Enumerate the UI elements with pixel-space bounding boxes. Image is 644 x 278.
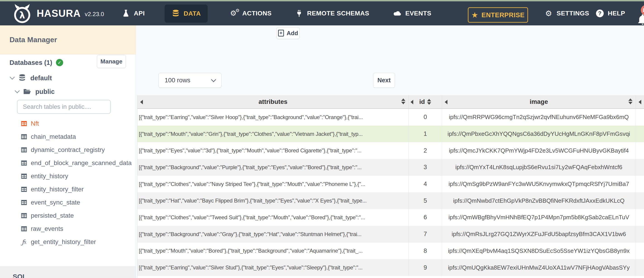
cell-image[interactable]: ipfs://QmYxT4LnK8sqLupjbS6eRvu1si7Ly2wFQ… <box>442 159 636 176</box>
cell-image[interactable]: ipfs://QmXEqPbvM4aq1SQSXN8DSuEcSo5SseYW1… <box>442 243 636 259</box>
cell-attributes[interactable]: [{"trait_type":"Mouth","value":"Grin"},{… <box>138 126 408 143</box>
table-icon <box>20 133 28 140</box>
nav-item-api[interactable]: API <box>122 1 145 25</box>
cell-id[interactable]: 4 <box>408 176 442 193</box>
sidebar-table-item[interactable]: Nft <box>0 117 136 130</box>
cell-id[interactable]: 8 <box>408 243 442 259</box>
add-row-button[interactable]: + Add <box>276 27 300 39</box>
cell-id[interactable]: 5 <box>408 192 442 209</box>
database-icon <box>18 74 26 82</box>
sidebar-table-item[interactable]: ƒxget_entity_history_filter <box>0 235 136 248</box>
column-header-attributes[interactable]: attributes <box>138 95 408 108</box>
table-row[interactable]: [{"trait_type":"Clothes","value":"Navy S… <box>138 176 644 193</box>
cell-next-clipped[interactable] <box>636 192 644 209</box>
next-page-button[interactable]: Next <box>373 73 395 88</box>
collapse-column-icon[interactable] <box>638 100 641 104</box>
cell-attributes[interactable]: [{"trait_type":"Background","value":"Gra… <box>138 226 408 243</box>
cell-image[interactable]: ipfs://QmNwbd7ctEhGpVkP8nZvBBQfiNeFKRdxf… <box>442 192 636 209</box>
cell-attributes[interactable]: [{"trait_type":"Clothes","value":"Navy S… <box>138 176 408 193</box>
table-row[interactable]: [{"trait_type":"Eyes","value":"3d"},{"tr… <box>138 142 644 159</box>
sidebar-table-item[interactable]: persisted_state <box>0 209 136 222</box>
sidebar-table-item[interactable]: dynamic_contract_registry <box>0 143 136 157</box>
manage-button[interactable]: Manage <box>97 55 126 68</box>
nav-item-help[interactable]: ? HELP <box>596 1 625 25</box>
cell-attributes[interactable]: [{"trait_type":"Earring","value":"Silver… <box>138 109 408 126</box>
cell-next-clipped[interactable] <box>636 142 644 159</box>
cell-id[interactable]: 3 <box>408 159 442 176</box>
sidebar-table-item[interactable]: entity_history_filter <box>0 183 136 196</box>
rows-per-page-select[interactable]: 100 rows <box>158 73 222 88</box>
cell-image[interactable]: ipfs://QmSg9bPzW9anFYc3wWU5KnvymwkxQTpmq… <box>442 176 636 193</box>
sidebar-table-item[interactable]: entity_history <box>0 170 136 183</box>
data-table: attributes id image [{"trait_type":"Ea <box>137 95 644 278</box>
nav-item-actions[interactable]: ⚙⚙ ACTIONS <box>230 1 272 25</box>
cell-attributes[interactable]: [{"trait_type":"Clothes","value":"Tweed … <box>138 209 408 226</box>
table-row[interactable]: [{"trait_type":"Background","value":"Gra… <box>138 226 644 243</box>
collapse-column-icon[interactable] <box>410 100 413 104</box>
cell-id[interactable]: 9 <box>408 259 442 276</box>
cell-next-clipped[interactable] <box>636 243 644 259</box>
top-nav: λ HASURA v2.23.0 API DATA ⚙⚙ <box>0 1 644 25</box>
sidebar-table-item[interactable]: end_of_block_range_scanned_data <box>0 157 136 170</box>
enterprise-button[interactable]: ★ ENTERPRISE <box>468 7 528 23</box>
chevron-down-icon[interactable] <box>15 88 20 93</box>
cell-next-clipped[interactable] <box>636 209 644 226</box>
nav-item-label: DATA <box>184 10 201 17</box>
table-row[interactable]: [{"trait_type":"Background","value":"Pur… <box>138 159 644 176</box>
tree-node-schema[interactable]: public <box>16 86 54 97</box>
cell-image[interactable]: ipfs://QmUQgKka8EW7exiUHnMwZ4UoXA11wV7NF… <box>442 259 636 276</box>
cell-attributes[interactable]: [{"trait_type":"Mouth","value":"Bored"},… <box>138 243 408 259</box>
cell-next-clipped[interactable] <box>636 126 644 143</box>
cell-id[interactable]: 0 <box>408 109 442 126</box>
nav-item-settings[interactable]: ⚙ SETTINGS <box>544 1 589 25</box>
table-row[interactable]: [{"trait_type":"Clothes","value":"Tweed … <box>138 209 644 226</box>
cell-id[interactable]: 7 <box>408 226 442 243</box>
cell-id[interactable]: 1 <box>408 126 442 143</box>
table-row[interactable]: [{"trait_type":"Mouth","value":"Grin"},{… <box>138 126 644 143</box>
column-header-id[interactable]: id <box>408 95 442 108</box>
cell-attributes[interactable]: [{"trait_type":"Eyes","value":"3d"},{"tr… <box>138 142 408 159</box>
cell-id[interactable]: 2 <box>408 142 442 159</box>
table-body: [{"trait_type":"Earring","value":"Silver… <box>138 109 644 278</box>
cell-image[interactable]: ipfs://QmRsJLrg27GQ1ZWyrXZFuJFdU5bapfzsy… <box>442 226 636 243</box>
sidebar-table-item[interactable]: raw_events <box>0 222 136 235</box>
cell-id[interactable]: 6 <box>408 209 442 226</box>
help-icon: ? <box>596 9 604 18</box>
table-row[interactable]: [{"trait_type":"Earring","value":"Silver… <box>138 109 644 126</box>
sort-icon[interactable] <box>401 98 405 104</box>
collapse-column-icon[interactable] <box>445 100 448 104</box>
nav-item-events[interactable]: EVENTS <box>393 1 431 25</box>
cell-attributes[interactable]: [{"trait_type":"Hat","value":"Bayc Flipp… <box>138 192 408 209</box>
cell-image[interactable]: ipfs://QmRRPWG96cmgTn2qSzjwr2qvfNEuhunv6… <box>442 109 636 126</box>
cell-image[interactable]: ipfs://QmcJYkCKK7QPmYWjp4FD2e3Lv5WCGFuHN… <box>442 142 636 159</box>
brand[interactable]: λ HASURA v2.23.0 <box>12 1 104 25</box>
cell-next-clipped[interactable] <box>636 176 644 193</box>
chevron-down-icon[interactable] <box>10 75 15 80</box>
nav-item-label: ACTIONS <box>242 10 272 17</box>
nav-item-label: API <box>134 10 145 17</box>
sidebar-table-item[interactable]: chain_metadata <box>0 130 136 143</box>
cell-next-clipped[interactable] <box>636 109 644 126</box>
table-row[interactable]: [{"trait_type":"Mouth","value":"Bored"},… <box>138 243 644 259</box>
table-row[interactable]: [{"trait_type":"Earring","value":"Silver… <box>138 259 644 276</box>
column-header-image[interactable]: image <box>442 95 636 108</box>
cell-image[interactable]: ipfs://QmWBgfBhyVmHNhBfEQ7p1P4Mpn7pm5b8K… <box>442 209 636 226</box>
collapse-column-icon[interactable] <box>140 100 143 104</box>
cell-attributes[interactable]: [{"trait_type":"Background","value":"Pur… <box>138 159 408 176</box>
cell-next-clipped[interactable] <box>636 159 644 176</box>
search-input[interactable] <box>17 100 111 114</box>
sort-icon[interactable] <box>427 99 431 105</box>
notifications-bell[interactable] <box>637 13 644 25</box>
sort-icon[interactable] <box>628 98 632 104</box>
cell-next-clipped[interactable] <box>636 226 644 243</box>
sql-section-label[interactable]: SQL <box>13 273 27 278</box>
gears-icon: ⚙⚙ <box>230 9 239 18</box>
cell-attributes[interactable]: [{"trait_type":"Earring","value":"Silver… <box>138 259 408 276</box>
cell-next-clipped[interactable] <box>636 259 644 276</box>
cell-image[interactable]: ipfs://QmPbxeGcXhYQQNgsC6a36dDyYUcHgMLnG… <box>442 126 636 143</box>
table-row[interactable]: [{"trait_type":"Hat","value":"Bayc Flipp… <box>138 192 644 209</box>
nav-item-remote-schemas[interactable]: REMOTE SCHEMAS <box>295 1 369 25</box>
nav-item-data[interactable]: DATA <box>164 5 208 23</box>
tree-node-database[interactable]: default <box>10 73 52 83</box>
sidebar-table-item[interactable]: event_sync_state <box>0 196 136 209</box>
